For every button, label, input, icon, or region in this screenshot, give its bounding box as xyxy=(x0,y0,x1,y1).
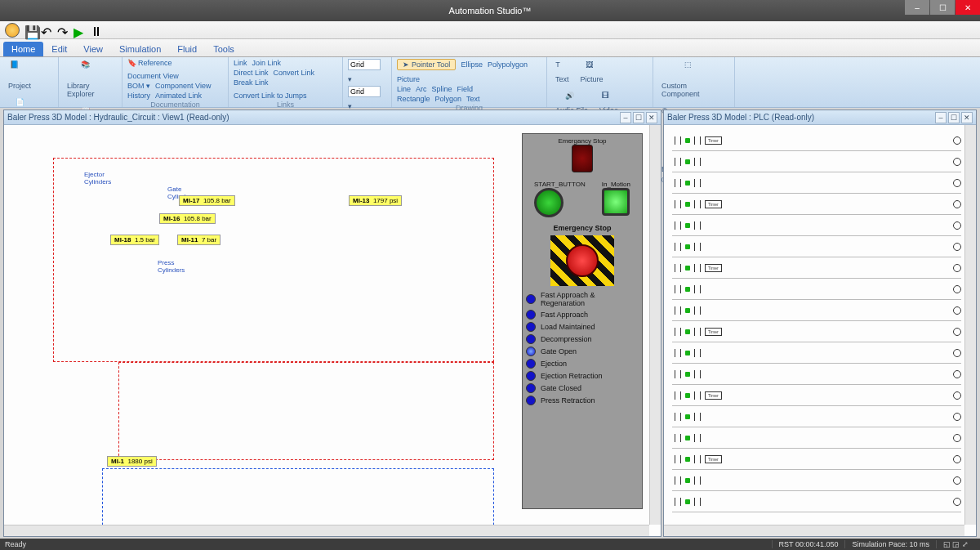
state-label: Ejection xyxy=(541,360,567,368)
window-maximize[interactable]: ☐ xyxy=(930,0,955,15)
menu-fluid[interactable]: Fluid xyxy=(169,42,205,56)
state-label: Fast Approach xyxy=(541,311,588,319)
ribbon-field[interactable]: Field xyxy=(457,85,474,93)
doc-hydraulic-titlebar[interactable]: Baler Press 3D Model : Hydraulic_Circuit… xyxy=(4,110,661,125)
ribbon-tt-text[interactable]: TText xyxy=(552,59,572,85)
ribbon-line[interactable]: Line xyxy=(397,85,411,93)
ribbon-project[interactable]: 📘Project xyxy=(5,59,34,92)
doc-hydraulic-canvas[interactable]: Ejector Cylinders Gate Cylinders Press C… xyxy=(4,125,661,536)
start-button[interactable] xyxy=(534,188,564,217)
qat-redo-icon[interactable]: ↷ xyxy=(57,25,69,36)
state-row: Gate Closed xyxy=(526,383,639,393)
qat-play-icon[interactable]: ▶ xyxy=(74,25,85,36)
doc-min-icon[interactable]: – xyxy=(620,112,631,123)
ribbon-history[interactable]: History xyxy=(127,92,150,100)
menu-simulation[interactable]: Simulation xyxy=(111,42,169,56)
ladder-rung xyxy=(672,215,961,236)
doc-plc-canvas[interactable]: TimerTimerTimerTimerTimerTimer xyxy=(664,125,976,536)
measure-mi-17[interactable]: MI-17 105.8 bar xyxy=(179,195,235,206)
doc-hydraulic-title: Baler Press 3D Model : Hydraulic_Circuit… xyxy=(7,113,229,122)
measure-mi-18[interactable]: MI-18 1.5 bar xyxy=(110,235,159,245)
doc-close-icon[interactable]: ✕ xyxy=(646,112,657,123)
menu-home[interactable]: Home xyxy=(3,42,43,56)
menu-view[interactable]: View xyxy=(75,42,111,56)
doc-plc-vscroll[interactable] xyxy=(964,125,976,525)
ribbon-arc[interactable]: Arc xyxy=(416,85,427,93)
emergency-stop-button[interactable] xyxy=(550,235,614,286)
start-label: START_BUTTON xyxy=(534,181,586,188)
app-logo-icon xyxy=(5,23,20,38)
ladder-rung xyxy=(672,470,961,491)
text-icon: T xyxy=(555,60,568,74)
ribbon-spline[interactable]: Spline xyxy=(432,85,452,93)
ladder-rung xyxy=(672,279,961,300)
status-zoom-icons[interactable]: ◱ ◲ ⤢ xyxy=(936,540,975,548)
doc-max-icon[interactable]: ☐ xyxy=(948,112,960,123)
project-icon: 📘 xyxy=(10,60,29,80)
ribbon-library[interactable]: 📚Library Explorer xyxy=(64,59,117,100)
ladder-rung: Timer xyxy=(672,449,961,470)
doc-hydraulic: Baler Press 3D Model : Hydraulic_Circuit… xyxy=(3,110,662,537)
ladder-rung xyxy=(672,172,961,194)
ribbon-reference[interactable]: 🔖Reference xyxy=(127,59,172,67)
ribbon-convertlink[interactable]: Convert Link xyxy=(274,69,315,77)
ribbon-bom[interactable]: BOM ▾ xyxy=(127,82,150,90)
status-rst: RST 00:00:41.050 xyxy=(772,540,845,548)
ribbon-ellipse[interactable]: Ellipse xyxy=(461,60,483,69)
doc-close-icon[interactable]: ✕ xyxy=(961,112,973,123)
doc-hydraulic-vscroll[interactable] xyxy=(649,125,661,525)
control-panel: Emergancy Stop START_BUTTON In_Motion Em… xyxy=(522,133,643,509)
measure-mi-13[interactable]: MI-13 1797 psi xyxy=(349,195,402,206)
menu-tools[interactable]: Tools xyxy=(205,42,243,56)
label-ejector: Ejector Cylinders xyxy=(84,171,111,186)
qat-undo-icon[interactable]: ↶ xyxy=(41,25,52,36)
measure-mi-16[interactable]: MI-16 105.8 bar xyxy=(159,213,216,224)
emerg-lamp-icon xyxy=(572,145,593,172)
state-light-icon xyxy=(526,294,536,304)
ladder-rung: Timer xyxy=(672,385,961,406)
title-bar: Automation Studio™ – ☐ ✕ xyxy=(0,0,980,21)
ribbon-text[interactable]: Text xyxy=(466,95,480,103)
snap-grid-1[interactable] xyxy=(348,59,381,70)
ribbon-picture[interactable]: Picture xyxy=(397,75,420,83)
emerg-lamp-label: Emergancy Stop xyxy=(526,137,639,145)
ribbon-convertjumps[interactable]: Convert Link to Jumps xyxy=(234,92,307,100)
window-close[interactable]: ✕ xyxy=(956,0,980,15)
ribbon-polygon[interactable]: Polygon xyxy=(435,95,462,103)
state-light-icon xyxy=(526,359,536,369)
ribbon-animlink[interactable]: Animated Link xyxy=(155,92,202,100)
ribbon-polypolygon[interactable]: Polypolygon xyxy=(488,60,528,69)
in-motion-indicator xyxy=(602,188,630,216)
ladder-rung xyxy=(672,236,961,257)
ribbon-link[interactable]: Link xyxy=(234,59,247,67)
ribbon-breaklink[interactable]: Break Link xyxy=(234,78,269,87)
menu-edit[interactable]: Edit xyxy=(43,42,75,56)
measure-mi-1[interactable]: MI-1 1880 psi xyxy=(107,456,157,467)
measure-mi-11[interactable]: MI-11 7 bar xyxy=(177,235,220,245)
state-light-icon xyxy=(526,383,536,393)
snap-grid-2[interactable] xyxy=(348,86,381,97)
doc-min-icon[interactable]: – xyxy=(935,112,947,123)
doc-plc: Baler Press 3D Model : PLC (Read-only) –… xyxy=(663,110,977,537)
ribbon-docview[interactable]: Document View xyxy=(127,72,179,80)
app-title: Automation Studio™ xyxy=(3,6,977,16)
state-row: Ejection xyxy=(526,359,639,369)
custom-icon: ⬚ xyxy=(684,60,704,80)
ribbon-directlink[interactable]: Direct Link xyxy=(234,69,269,77)
doc-max-icon[interactable]: ☐ xyxy=(633,112,644,123)
doc-plc-hscroll[interactable] xyxy=(664,525,964,536)
ribbon-tt-picture[interactable]: 🖼Picture xyxy=(577,59,607,85)
qat-save-icon[interactable]: 💾 xyxy=(24,25,36,36)
window-minimize[interactable]: – xyxy=(905,0,929,15)
ribbon-rectangle[interactable]: Rectangle xyxy=(397,95,430,103)
qat-pause-icon[interactable]: ⏸ xyxy=(90,25,101,36)
ribbon-joinlink[interactable]: Join Link xyxy=(252,59,282,67)
doc-plc-title: Baler Press 3D Model : PLC (Read-only) xyxy=(667,113,814,122)
doc-plc-titlebar[interactable]: Baler Press 3D Model : PLC (Read-only) –… xyxy=(664,110,976,125)
doc-hydraulic-hscroll[interactable] xyxy=(4,525,649,536)
chevron-down-icon[interactable]: ▾ xyxy=(348,75,352,83)
ladder-rung xyxy=(672,364,961,385)
ribbon-compview[interactable]: Component View xyxy=(155,82,211,90)
ribbon-custom-comp[interactable]: ⬚Custom Component xyxy=(658,59,729,100)
ribbon-pointer-tool[interactable]: ➤Pointer Tool xyxy=(397,59,456,70)
